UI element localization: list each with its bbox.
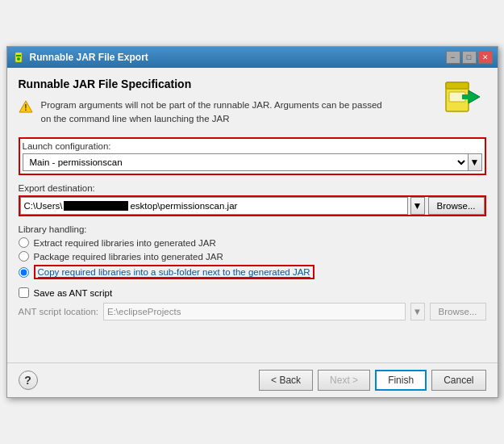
ant-location-row: ANT script location: ▼ Browse... — [19, 303, 486, 320]
export-dest-browse-button[interactable]: Browse... — [428, 197, 485, 215]
ant-browse-button: Browse... — [430, 303, 486, 320]
export-dest-label: Export destination: — [19, 183, 486, 195]
export-dest-section: Export destination: C:\Users\esktop\perm… — [19, 183, 486, 216]
jar-title-icon — [12, 51, 25, 64]
spacer — [19, 329, 486, 353]
radio-copy: Copy required libraries into a sub-folde… — [19, 265, 486, 279]
launch-config-section: Launch configuration: Main - permissions… — [19, 137, 486, 175]
library-handling-section: Library handling: Extract required libra… — [19, 224, 486, 279]
title-bar: Runnable JAR File Export − □ ✕ — [7, 47, 498, 68]
export-dest-value-suffix: esktop\permissionscan.jar — [130, 201, 237, 211]
ant-location-dropdown-arrow: ▼ — [410, 303, 425, 320]
launch-config-dropdown-arrow[interactable]: ▼ — [468, 153, 482, 171]
export-dest-dropdown-arrow[interactable]: ▼ — [410, 197, 425, 215]
export-dest-input-container: C:\Users\esktop\permissionscan.jar — [20, 197, 408, 215]
info-box: ! Program arguments will not be part of … — [19, 98, 430, 127]
svg-rect-9 — [462, 94, 470, 99]
content-area: Runnable JAR File Specification ! Progra… — [7, 68, 498, 363]
export-dest-row: C:\Users\esktop\permissionscan.jar ▼ Bro… — [20, 197, 485, 215]
radio-group: Extract required libraries into generate… — [19, 237, 486, 279]
jar-export-icon — [438, 74, 486, 123]
library-handling-label: Library handling: — [19, 224, 486, 234]
ant-section: Save as ANT script ANT script location: … — [19, 287, 486, 320]
restore-button[interactable]: □ — [462, 51, 477, 64]
section-title: Runnable JAR File Specification — [19, 77, 430, 90]
radio-package-label: Package required libraries into generate… — [34, 252, 223, 262]
svg-rect-1 — [16, 55, 21, 57]
radio-extract: Extract required libraries into generate… — [19, 237, 486, 248]
finish-button[interactable]: Finish — [375, 370, 427, 391]
radio-package-input[interactable] — [19, 251, 29, 262]
bottom-left: ? — [19, 371, 38, 390]
radio-copy-input[interactable] — [19, 267, 29, 278]
svg-text:!: ! — [24, 103, 27, 112]
svg-marker-8 — [469, 90, 480, 103]
title-bar-buttons: − □ ✕ — [446, 51, 493, 64]
window-title: Runnable JAR File Export — [30, 52, 148, 63]
ant-location-label: ANT script location: — [19, 307, 99, 316]
back-button[interactable]: < Back — [259, 370, 313, 391]
bottom-bar: ? < Back Next > Finish Cancel — [7, 362, 498, 397]
export-dest-value-prefix: C:\Users\ — [24, 201, 63, 211]
minimize-button[interactable]: − — [446, 51, 460, 64]
ant-checkbox[interactable] — [19, 287, 29, 298]
radio-extract-input[interactable] — [19, 237, 29, 248]
header-info: Runnable JAR File Specification ! Progra… — [19, 77, 430, 138]
radio-copy-label: Copy required libraries into a sub-folde… — [38, 267, 310, 278]
info-text: Program arguments will not be part of th… — [41, 98, 382, 127]
ant-location-input[interactable] — [103, 303, 406, 320]
next-button[interactable]: Next > — [318, 370, 370, 391]
window: Runnable JAR File Export − □ ✕ Runnable … — [6, 46, 498, 399]
ant-checkbox-label: Save as ANT script — [34, 288, 113, 298]
svg-rect-6 — [446, 82, 469, 89]
bottom-right: < Back Next > Finish Cancel — [259, 370, 485, 391]
title-bar-left: Runnable JAR File Export — [12, 51, 148, 64]
censored-path — [64, 201, 128, 211]
cancel-button[interactable]: Cancel — [431, 370, 485, 391]
ant-checkbox-row: Save as ANT script — [19, 287, 486, 298]
close-button[interactable]: ✕ — [478, 51, 493, 64]
radio-copy-highlight: Copy required libraries into a sub-folde… — [34, 265, 314, 279]
warning-icon: ! — [19, 99, 35, 115]
header-row: Runnable JAR File Specification ! Progra… — [19, 77, 486, 138]
radio-extract-label: Extract required libraries into generate… — [34, 238, 216, 248]
launch-config-label: Launch configuration: — [23, 141, 482, 151]
export-dest-redbox: C:\Users\esktop\permissionscan.jar ▼ Bro… — [19, 195, 486, 216]
launch-config-select[interactable]: Main - permissionscan — [23, 153, 469, 171]
launch-config-row: Main - permissionscan ▼ — [23, 153, 482, 171]
radio-package: Package required libraries into generate… — [19, 251, 486, 262]
help-button[interactable]: ? — [19, 371, 38, 390]
svg-point-2 — [17, 57, 20, 61]
